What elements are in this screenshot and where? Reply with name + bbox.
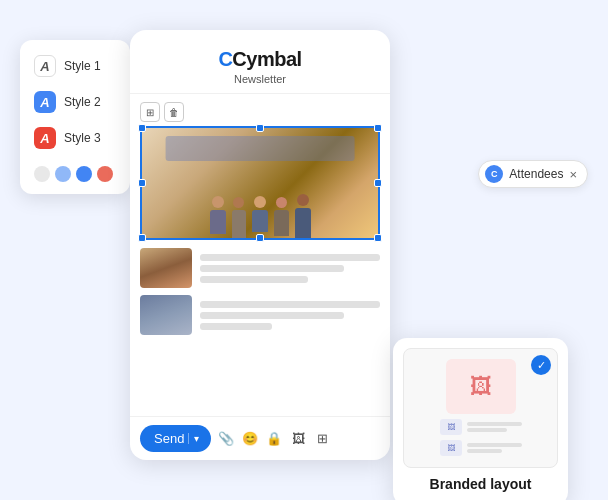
- branded-mini-lines-2: [467, 443, 522, 453]
- text-line: [200, 254, 380, 261]
- swatch-red[interactable]: [97, 166, 113, 182]
- branded-mini-img-2: 🖼: [440, 440, 462, 456]
- image-icon[interactable]: 🖼: [287, 428, 309, 450]
- branded-mini-lines-1: [467, 422, 522, 432]
- branded-mini-img-1: 🖼: [440, 419, 462, 435]
- text-line: [200, 312, 344, 319]
- style-icon-2: A: [34, 91, 56, 113]
- attendees-dot: C: [485, 165, 503, 183]
- send-label: Send: [154, 431, 184, 446]
- thumbnail-1: [140, 248, 192, 288]
- main-image: [142, 128, 378, 238]
- email-editor-card: CCymbal Newsletter ⊞ 🗑: [130, 30, 390, 460]
- style-item-1[interactable]: A Style 1: [28, 50, 122, 82]
- branded-layout-title: Branded layout: [403, 476, 558, 492]
- branded-layout-preview: ✓ 🖼 🖼 🖼: [403, 348, 558, 468]
- style-icon-1: A: [34, 55, 56, 77]
- text-line: [200, 276, 308, 283]
- email-body: ⊞ 🗑: [130, 94, 390, 416]
- handle-br[interactable]: [374, 234, 382, 242]
- image-copy-btn[interactable]: ⊞: [140, 102, 160, 122]
- handle-bm[interactable]: [256, 234, 264, 242]
- thumbnail-row-2: [140, 295, 380, 335]
- handle-tr[interactable]: [374, 124, 382, 132]
- image-delete-btn[interactable]: 🗑: [164, 102, 184, 122]
- main-image-container[interactable]: [140, 126, 380, 240]
- lock-icon[interactable]: 🔒: [263, 428, 285, 450]
- cymbal-logo-text: Cymbal: [232, 48, 301, 70]
- branded-mini-row-2: 🖼: [440, 440, 522, 456]
- text-line: [200, 301, 380, 308]
- handle-mr[interactable]: [374, 179, 382, 187]
- handle-tm[interactable]: [256, 124, 264, 132]
- cymbal-logo: CCymbal: [146, 48, 374, 71]
- style-label-2: Style 2: [64, 95, 101, 109]
- emoji-icon[interactable]: 😊: [239, 428, 261, 450]
- attachment-icon[interactable]: 📎: [215, 428, 237, 450]
- branded-layout-card[interactable]: ✓ 🖼 🖼 🖼 Branded layou: [393, 338, 568, 500]
- style-item-3[interactable]: A Style 3: [28, 122, 122, 154]
- mini-line: [467, 449, 502, 453]
- style-panel: A Style 1 A Style 2 A Style 3: [20, 40, 130, 194]
- style-icon-3: A: [34, 127, 56, 149]
- handle-ml[interactable]: [138, 179, 146, 187]
- mini-line: [467, 422, 522, 426]
- text-line: [200, 265, 344, 272]
- swatch-gray[interactable]: [34, 166, 50, 182]
- toolbar-icons: 📎 😊 🔒 🖼 ⊞: [215, 428, 333, 450]
- branded-main-placeholder: 🖼: [446, 359, 516, 414]
- email-header: CCymbal Newsletter: [130, 30, 390, 94]
- image-placeholder-icon: 🖼: [470, 374, 492, 400]
- thumbnail-row-1: [140, 248, 380, 288]
- email-toolbar: Send ▾ 📎 😊 🔒 🖼 ⊞: [130, 416, 390, 460]
- handle-tl[interactable]: [138, 124, 146, 132]
- text-lines-1: [200, 254, 380, 283]
- attendees-chip[interactable]: C Attendees ×: [478, 160, 588, 188]
- style-item-2[interactable]: A Style 2: [28, 86, 122, 118]
- newsletter-label: Newsletter: [146, 73, 374, 85]
- swatch-light-blue[interactable]: [55, 166, 71, 182]
- checkmark-icon: ✓: [537, 359, 546, 372]
- image-toolbar: ⊞ 🗑: [140, 102, 380, 122]
- send-dropdown-arrow[interactable]: ▾: [188, 433, 199, 444]
- attendees-close-icon[interactable]: ×: [569, 167, 577, 182]
- color-swatches: [28, 162, 122, 184]
- branded-mini-row-1: 🖼: [440, 419, 522, 435]
- grid-icon[interactable]: ⊞: [311, 428, 333, 450]
- screen-bg: [166, 136, 355, 161]
- checkmark-badge: ✓: [531, 355, 551, 375]
- text-line: [200, 323, 272, 330]
- style-label-3: Style 3: [64, 131, 101, 145]
- send-button[interactable]: Send ▾: [140, 425, 211, 452]
- attendees-label: Attendees: [509, 167, 563, 181]
- thumbnail-2: [140, 295, 192, 335]
- style-label-1: Style 1: [64, 59, 101, 73]
- handle-bl[interactable]: [138, 234, 146, 242]
- mini-line: [467, 428, 507, 432]
- text-lines-2: [200, 301, 380, 330]
- swatch-blue[interactable]: [76, 166, 92, 182]
- mini-line: [467, 443, 522, 447]
